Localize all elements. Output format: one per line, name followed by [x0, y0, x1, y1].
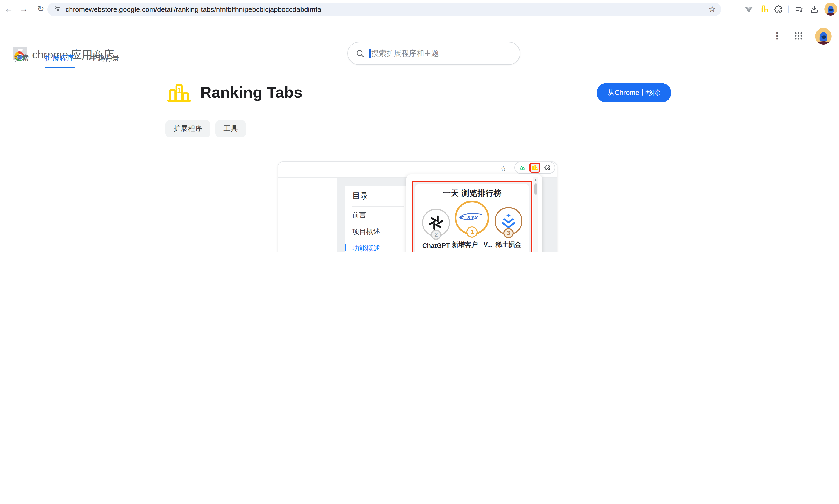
- extension-logo-icon: 1: [167, 82, 191, 106]
- toolbar-extensions-area: [744, 0, 837, 18]
- category-chip-extensions[interactable]: 扩展程序: [165, 120, 210, 137]
- tab-themes[interactable]: 主题背景: [90, 52, 120, 68]
- toolbar-separator: [788, 5, 789, 13]
- screenshot-preview[interactable]: ☆ 全: [278, 161, 558, 252]
- search-placeholder: 搜索扩展程序和主题: [371, 49, 439, 58]
- toc-title: 目录: [345, 186, 410, 206]
- search-icon: [356, 49, 364, 58]
- extensions-puzzle-icon[interactable]: [773, 4, 784, 14]
- account-avatar[interactable]: [815, 28, 832, 44]
- text-cursor: [370, 49, 370, 58]
- popup-title: 一天 浏览排行榜: [415, 188, 529, 198]
- highlighted-ranking-icon: [529, 163, 540, 173]
- tab-extensions[interactable]: 扩展程序: [45, 52, 75, 68]
- toc-item: 项目概述: [345, 223, 410, 240]
- browser-profile-avatar[interactable]: [824, 3, 837, 16]
- remove-from-chrome-button[interactable]: 从Chrome中移除: [597, 83, 671, 103]
- svg-text:1: 1: [177, 87, 181, 94]
- screenshot-article-column: 全: [278, 178, 337, 252]
- site-info-icon[interactable]: [53, 5, 61, 13]
- screenshot-puzzle-icon: [544, 164, 551, 171]
- url-bar[interactable]: chromewebstore.google.com/detail/ranking…: [47, 2, 721, 16]
- vue-devtools-icon[interactable]: [744, 4, 754, 14]
- store-header: chrome 应用商店 搜索扩展程序和主题 ⋮: [0, 18, 839, 54]
- download-icon[interactable]: [809, 4, 819, 14]
- apps-grid-icon[interactable]: [794, 31, 803, 41]
- tab-explore[interactable]: 探索: [14, 52, 30, 68]
- ranking-tabs-extension-icon[interactable]: [759, 4, 768, 14]
- popup-highlight-redbox: 一天 浏览排行榜: [412, 181, 532, 252]
- page: ← → ↻ chromewebstore.google.com/detail/r…: [0, 0, 839, 252]
- screenshot-extension-pill: [514, 161, 555, 174]
- medal-rank1: XYY 1 新增客户 - V... 604次: [455, 200, 490, 252]
- popup-scrollbar: ▲: [533, 177, 538, 252]
- toc-item-active: 功能概述: [345, 240, 410, 252]
- browser-toolbar: ← → ↻ chromewebstore.google.com/detail/r…: [0, 0, 839, 18]
- reload-icon[interactable]: ↻: [33, 4, 48, 14]
- screenshot-extension-popup: 一天 浏览排行榜: [407, 174, 542, 252]
- chatgpt-icon: [427, 214, 445, 231]
- medal-rank3: 3 稀土掘金 485次: [491, 207, 526, 252]
- bookmark-star-icon[interactable]: ☆: [708, 4, 716, 14]
- more-menu-icon[interactable]: ⋮: [773, 30, 782, 41]
- url-text[interactable]: chromewebstore.google.com/detail/ranking…: [66, 5, 704, 13]
- screenshot-bookmark-star-icon: ☆: [500, 164, 507, 173]
- xyy-logo-icon: XYY: [459, 210, 486, 225]
- back-icon[interactable]: ←: [1, 4, 16, 14]
- medal-rank2: 2 ChatGPT 525次: [418, 209, 454, 252]
- juejin-icon: [500, 212, 517, 229]
- screenshot-toc-panel: 目录 前言 项目概述 功能概述: [345, 186, 410, 252]
- store-nav-tabs: 探索 扩展程序 主题背景: [14, 52, 120, 68]
- category-chip-tools[interactable]: 工具: [215, 120, 246, 137]
- nuxt-icon: [519, 164, 526, 171]
- media-queue-icon[interactable]: [794, 4, 804, 14]
- svg-text:XYY: XYY: [467, 214, 479, 220]
- page-title: Ranking Tabs: [200, 84, 303, 102]
- popup-ranking-card: 一天 浏览排行榜: [415, 184, 529, 252]
- search-input[interactable]: 搜索扩展程序和主题: [347, 42, 520, 65]
- toc-item: 前言: [345, 206, 410, 223]
- forward-icon[interactable]: →: [16, 4, 31, 14]
